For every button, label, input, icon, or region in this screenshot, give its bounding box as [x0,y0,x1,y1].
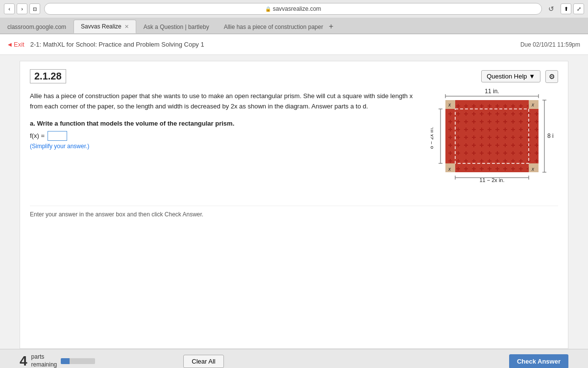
question-number: 2.1.28 [30,69,66,83]
clear-all-button[interactable]: Clear All [183,355,223,368]
answer-input[interactable] [48,131,67,141]
lock-icon: 🔒 [265,6,271,12]
diagram-svg: 11 in. 8 in. [431,86,558,186]
exit-button[interactable]: Exit [8,41,24,48]
reload-button[interactable]: ↺ [546,3,557,14]
problem-text-area: Allie has a piece of construction paper … [30,91,423,186]
settings-button[interactable]: ⚙ [545,70,558,83]
share-button[interactable]: ⬆ [561,3,571,14]
problem-layout: Allie has a piece of construction paper … [30,91,558,186]
simplify-hint: (Simplify your answer.) [30,143,423,150]
address-bar[interactable]: 🔒 savvasrealize.com [44,3,542,15]
svg-text:x: x [531,102,535,107]
svg-text:8 − 2x in.: 8 − 2x in. [431,127,434,149]
parts-remaining-label: partsremaining [31,353,57,368]
question-header: 2.1.28 Question Help ▼ ⚙ [30,69,558,83]
svg-text:8 in.: 8 in. [547,132,553,139]
svg-text:11 in.: 11 in. [485,88,499,95]
svg-text:x: x [448,102,451,107]
breadcrumb: 2-1: MathXL for School: Practice and Pro… [30,41,204,48]
check-answer-button[interactable]: Check Answer [509,354,568,368]
browser-chrome: ‹ › ⊡ 🔒 savvasrealize.com ↺ ⬆ ⤢ classroo… [0,0,588,34]
expand-button[interactable]: ⤢ [573,3,584,14]
tab-label: classroom.google.com [7,24,66,30]
address-text: savvasrealize.com [273,5,321,12]
question-container: 2.1.28 Question Help ▼ ⚙ Allie has a pie… [20,61,568,349]
browser-toolbar: ‹ › ⊡ 🔒 savvasrealize.com ↺ ⬆ ⤢ [0,0,588,18]
fx-label: f(x) = [30,132,45,139]
svg-rect-9 [445,100,539,172]
progress-bar-fill [61,358,70,364]
progress-bar [61,358,95,364]
svg-text:x: x [531,166,535,172]
tab-savvas[interactable]: Savvas Realize ✕ [74,20,136,33]
app-header: Exit 2-1: MathXL for School: Practice an… [0,34,588,55]
content-area: 2.1.28 Question Help ▼ ⚙ Allie has a pie… [0,55,588,368]
problem-description: Allie has a piece of construction paper … [30,91,423,112]
tab-classroom[interactable]: classroom.google.com [0,20,74,33]
tab-label: Savvas Realize [81,23,122,30]
tab-allie[interactable]: Allie has a piece of construction paper … [217,20,324,33]
tab-close-icon[interactable]: ✕ [124,24,129,30]
browser-tabs: classroom.google.com Savvas Realize ✕ As… [0,18,588,34]
part-a-label: a. Write a function that models the volu… [30,120,423,127]
diagram-area: 11 in. 8 in. [431,91,558,186]
question-header-right: Question Help ▼ ⚙ [481,70,558,83]
answer-row: f(x) = [30,131,423,141]
browser-nav-buttons: ‹ › ⊡ [4,3,40,14]
browser-actions: ⬆ ⤢ [561,3,584,14]
question-help-button[interactable]: Question Help ▼ [481,70,540,82]
due-date: Due 02/10/21 11:59pm [520,41,580,48]
back-nav-button[interactable]: ‹ [4,3,15,14]
tab-add-button[interactable]: + [324,20,338,33]
parts-info: 4 partsremaining [20,353,95,368]
tab-grid-button[interactable]: ⊡ [29,3,40,14]
svg-text:11 − 2x in.: 11 − 2x in. [479,177,504,183]
bottom-bar: 4 partsremaining Clear All Check Answer [0,349,588,368]
svg-text:x: x [448,166,451,172]
tab-label: Ask a Question | bartleby [144,24,209,30]
parts-number: 4 [20,353,27,368]
tab-label: Allie has a piece of construction paper … [224,24,324,30]
forward-nav-button[interactable]: › [17,3,27,14]
tab-bartleby[interactable]: Ask a Question | bartleby [136,20,217,33]
enter-answer-hint: Enter your answer in the answer box and … [30,211,558,218]
